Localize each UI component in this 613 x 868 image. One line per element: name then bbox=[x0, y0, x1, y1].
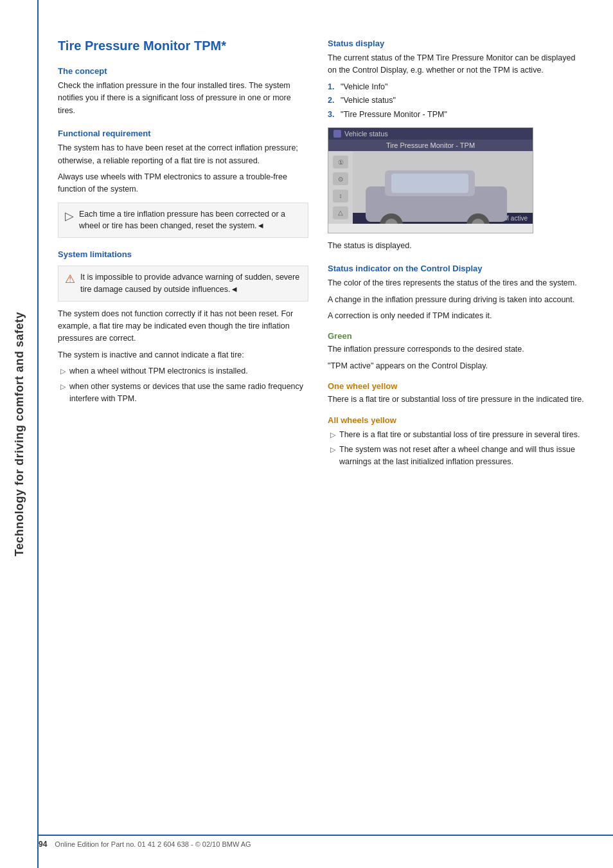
page-number: 94 bbox=[39, 840, 47, 849]
list-number-2: 2. bbox=[328, 95, 337, 107]
functional-paragraph-1: The system has to have been reset at the… bbox=[58, 142, 308, 167]
info-icon: ▷ bbox=[65, 209, 74, 223]
warning-note-text: It is impossible to provide advance warn… bbox=[80, 271, 301, 296]
vs-icon-2: ⊙ bbox=[333, 172, 348, 185]
list-item: 2. "Vehicle status" bbox=[328, 95, 585, 107]
limitations-paragraph-1: The system does not function correctly i… bbox=[58, 308, 308, 345]
limitations-bullet-list: ▷ when a wheel without TPM electronics i… bbox=[58, 365, 308, 405]
bullet-arrow-2: ▷ bbox=[60, 381, 66, 392]
main-content: Tire Pressure Monitor TPM* The concept C… bbox=[39, 0, 613, 868]
list-item: ▷ The system was not reset after a wheel… bbox=[328, 444, 585, 469]
sidebar-label: Technology for driving comfort and safet… bbox=[0, 0, 39, 868]
car-illustration bbox=[353, 151, 533, 224]
warning-note-box: ⚠ It is impossible to provide advance wa… bbox=[58, 266, 308, 302]
section-heading-functional: Functional requirement bbox=[58, 129, 308, 138]
vs-icon-4: △ bbox=[333, 206, 348, 219]
section-heading-limitations: System limitations bbox=[58, 249, 308, 259]
section-heading-status-display: Status display bbox=[328, 39, 585, 48]
list-label-3: "Tire Pressure Monitor - TPM" bbox=[341, 109, 447, 121]
vs-header-label: Vehicle status bbox=[344, 130, 388, 138]
bullet-text-ay-2: The system was not reset after a wheel c… bbox=[339, 444, 585, 469]
list-number-3: 3. bbox=[328, 109, 337, 121]
svg-rect-6 bbox=[391, 174, 468, 193]
list-item: 3. "Tire Pressure Monitor - TPM" bbox=[328, 109, 585, 121]
bullet-arrow-ay-1: ▷ bbox=[330, 429, 335, 440]
indicator-paragraph-3: A correction is only needed if TPM indic… bbox=[328, 310, 585, 322]
bullet-arrow-ay-2: ▷ bbox=[330, 444, 335, 455]
list-label-2: "Vehicle status" bbox=[341, 95, 396, 107]
bullet-text-ay-1: There is a flat tire or substantial loss… bbox=[339, 429, 580, 441]
bullet-text-2: when other systems or devices that use t… bbox=[69, 381, 308, 406]
subsection-heading-one-yellow: One wheel yellow bbox=[328, 381, 585, 391]
vehicle-status-screenshot: Vehicle status Tire Pressure Monitor - T… bbox=[328, 127, 533, 233]
status-display-paragraph: The current status of the TPM Tire Press… bbox=[328, 52, 585, 77]
vs-icon-3: ↕ bbox=[333, 190, 348, 203]
functional-paragraph-2: Always use wheels with TPM electronics t… bbox=[58, 171, 308, 196]
sidebar-label-text: Technology for driving comfort and safet… bbox=[13, 312, 26, 556]
info-note-box: ▷ Each time a tire inflation pressure ha… bbox=[58, 203, 308, 239]
status-displayed-text: The status is displayed. bbox=[328, 240, 585, 252]
list-label-1: "Vehicle Info" bbox=[341, 81, 388, 93]
vs-header: Vehicle status bbox=[328, 128, 533, 140]
page-title: Tire Pressure Monitor TPM* bbox=[58, 39, 308, 53]
all-yellow-bullet-list: ▷ There is a flat tire or substantial lo… bbox=[328, 429, 585, 469]
vs-icons-col: ① ⊙ ↕ △ bbox=[328, 151, 353, 224]
indicator-paragraph-2: A change in the inflation pressure durin… bbox=[328, 294, 585, 306]
status-numbered-list: 1. "Vehicle Info" 2. "Vehicle status" 3.… bbox=[328, 81, 585, 121]
footer-text: Online Edition for Part no. 01 41 2 604 … bbox=[55, 840, 251, 848]
green-paragraph-1: The inflation pressure corresponds to th… bbox=[328, 343, 585, 356]
warning-icon: ⚠ bbox=[65, 272, 75, 286]
subsection-heading-green: Green bbox=[328, 331, 585, 341]
page-footer: 94 Online Edition for Part no. 01 41 2 6… bbox=[39, 835, 613, 849]
green-paragraph-2: "TPM active" appears on the Control Disp… bbox=[328, 360, 585, 372]
page-container: Technology for driving comfort and safet… bbox=[0, 0, 613, 868]
limitations-paragraph-2: The system is inactive and cannot indica… bbox=[58, 349, 308, 361]
right-column: Status display The current status of the… bbox=[328, 39, 585, 842]
bullet-text-1: when a wheel without TPM electronics is … bbox=[69, 365, 248, 377]
section-heading-concept: The concept bbox=[58, 66, 308, 76]
vs-icon-1: ① bbox=[333, 156, 348, 168]
list-item: ▷ There is a flat tire or substantial lo… bbox=[328, 429, 585, 441]
vs-header-icon bbox=[333, 130, 341, 138]
indicator-paragraph-1: The color of the tires represents the st… bbox=[328, 277, 585, 289]
section-heading-status-indicator: Status indicator on the Control Display bbox=[328, 264, 585, 273]
list-item: ▷ when other systems or devices that use… bbox=[58, 381, 308, 406]
list-item: 1. "Vehicle Info" bbox=[328, 81, 585, 93]
concept-paragraph: Check the inflation pressure in the four… bbox=[58, 80, 308, 117]
list-number-1: 1. bbox=[328, 81, 337, 93]
vs-main-area: Status: TPM active bbox=[353, 151, 533, 224]
bullet-arrow-1: ▷ bbox=[60, 366, 66, 377]
subsection-heading-all-yellow: All wheels yellow bbox=[328, 415, 585, 425]
info-note-text: Each time a tire inflation pressure has … bbox=[79, 208, 301, 233]
vs-subheader: Tire Pressure Monitor - TPM bbox=[328, 140, 533, 151]
list-item: ▷ when a wheel without TPM electronics i… bbox=[58, 365, 308, 377]
one-yellow-paragraph: There is a flat tire or substantial loss… bbox=[328, 393, 585, 406]
left-column: Tire Pressure Monitor TPM* The concept C… bbox=[58, 39, 308, 842]
vs-body: ① ⊙ ↕ △ bbox=[328, 151, 533, 224]
